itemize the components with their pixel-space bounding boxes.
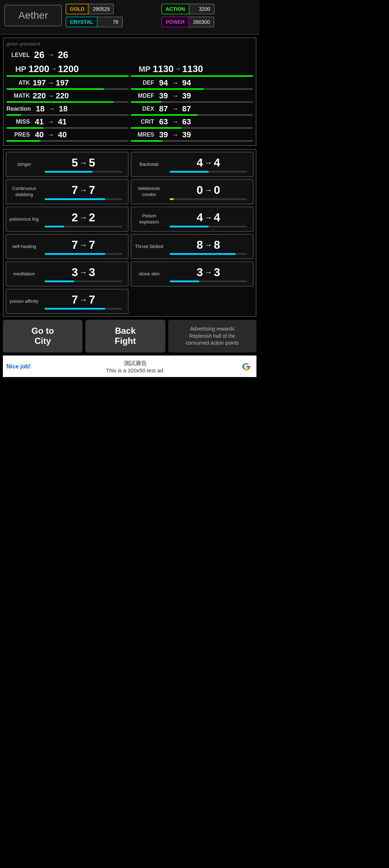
stat-val-to: 18 — [56, 104, 71, 114]
level-to: 26 — [56, 49, 70, 61]
skill-item-backstab[interactable]: Backstab4→4 — [131, 152, 254, 177]
skill-arrow: → — [205, 158, 213, 168]
skill-arrow: → — [205, 268, 213, 277]
character-name: Aether — [18, 10, 48, 21]
stat-label-mdef: MDEF — [131, 93, 154, 99]
power-resource: POWER 260300 — [161, 17, 255, 27]
stat-bar-container — [131, 75, 253, 77]
skill-item-poison-affinity[interactable]: poison affinity7→7 — [6, 289, 129, 314]
stat-arrow: → — [48, 118, 54, 126]
stat-bar — [6, 88, 104, 90]
skill-bar-container — [45, 253, 122, 255]
skill-item-self-healing[interactable]: self-healing7→7 — [6, 234, 129, 259]
skills-panel: stinger5→5Backstab4→4Continuous stabbing… — [3, 149, 256, 317]
skill-to: 4 — [214, 211, 220, 224]
skill-item-continuous-stabbing[interactable]: Continuous stabbing7→7 — [6, 179, 129, 204]
stat-arrow: → — [48, 79, 54, 87]
skill-arrow: → — [80, 295, 88, 305]
skill-name: Poison explosion — [133, 212, 165, 227]
go-to-city-button[interactable]: Go toCity — [3, 320, 82, 353]
stat-val-from: 39 — [156, 91, 171, 101]
gold-resource: GOLD 290529 — [66, 4, 159, 14]
stat-val-from: 40 — [32, 130, 46, 140]
stat-label-mp: MP — [131, 65, 151, 74]
skill-from: 3 — [72, 266, 78, 279]
action-label: ACTION — [161, 4, 189, 14]
skill-arrow: → — [205, 213, 213, 222]
skill-item-stinger[interactable]: stinger5→5 — [6, 152, 129, 177]
stat-val-to: 39 — [179, 130, 194, 140]
skill-from: 4 — [197, 211, 203, 224]
stat-row-atk: ATK197→197 — [6, 78, 129, 90]
stat-arrow: → — [50, 65, 57, 73]
skill-bar — [45, 171, 93, 173]
skill-bar — [45, 280, 74, 282]
gold-value: 290529 — [89, 4, 114, 14]
stat-val-to: 197 — [55, 78, 70, 88]
skill-bar-container — [45, 280, 122, 282]
skill-name: Backstab — [133, 160, 165, 169]
stat-val-to: 220 — [55, 91, 70, 101]
skill-item-meditation[interactable]: meditation3→3 — [6, 261, 129, 287]
stat-label-mres: MRES — [131, 132, 154, 138]
skill-arrow: → — [80, 213, 88, 222]
stat-arrow: → — [172, 118, 178, 126]
stat-bar — [131, 114, 198, 116]
ad-nice-label: Nice job! — [6, 363, 31, 370]
skill-item-poison-explosion[interactable]: Poison explosion4→4 — [131, 207, 254, 232]
advertising-rewards-button[interactable]: Advertising rewardsReplenish half of the… — [168, 320, 257, 353]
stat-bar-container — [131, 88, 253, 90]
skill-from: 0 — [197, 183, 203, 197]
stat-arrow: → — [172, 131, 178, 139]
stat-bar — [131, 127, 182, 129]
ad-chinese: 測試廣告 — [31, 360, 240, 367]
stat-val-from: 41 — [32, 117, 46, 127]
skill-to: 3 — [214, 266, 220, 279]
skill-name: stone skin — [133, 270, 165, 279]
stats-grid: HP1200→1200MP1130→1130ATK197→197DEF94→94… — [6, 63, 253, 142]
skill-name: stinger — [8, 160, 40, 169]
skill-to: 7 — [89, 293, 95, 306]
stat-row-reaction: Reaction18→18 — [6, 104, 129, 116]
skill-arrow: → — [205, 240, 213, 250]
stat-row-hp: HP1200→1200 — [6, 63, 129, 77]
skill-item-stone-skin[interactable]: stone skin3→3 — [131, 261, 254, 287]
stat-bar — [6, 127, 43, 129]
stat-bar — [6, 75, 129, 77]
skill-bar-container — [170, 198, 247, 200]
stat-label-dex: DEX — [131, 106, 154, 112]
stat-val-from: 18 — [33, 104, 48, 114]
skill-name: meditation — [8, 270, 40, 279]
level-label: LEVEL — [6, 52, 30, 58]
skill-item-telekinesis-combo[interactable]: telekinesis combo0→0 — [131, 179, 254, 204]
skill-arrow: → — [80, 268, 88, 277]
ad-banner[interactable]: Nice job! 測試廣告 This is a 320x50 test ad. — [3, 355, 256, 377]
ad-text: 測試廣告 This is a 320x50 test ad. — [31, 360, 240, 373]
skill-from: 7 — [72, 293, 78, 306]
skill-from: 5 — [72, 156, 78, 169]
skill-name: poison affinity — [8, 297, 40, 306]
stat-label-crit: CRIT — [131, 119, 154, 125]
skill-bar — [45, 226, 64, 227]
stat-bar — [6, 101, 114, 103]
back-fight-button[interactable]: BackFight — [85, 320, 165, 353]
skill-item-poisonous-fog[interactable]: poisonous fog2→2 — [6, 207, 129, 232]
stat-val-to: 40 — [55, 130, 70, 140]
stat-bar-container — [6, 88, 129, 90]
skill-bar — [170, 253, 236, 255]
skill-name: telekinesis combo — [133, 184, 165, 199]
stat-arrow: → — [49, 105, 55, 113]
skill-from: 7 — [72, 183, 78, 197]
stat-bar-container — [131, 127, 253, 129]
skill-to: 3 — [89, 266, 95, 279]
stat-label-def: DEF — [131, 80, 154, 86]
stat-row-crit: CRIT63→63 — [131, 117, 253, 129]
skill-bar-container — [170, 253, 247, 255]
crystal-label: CRYSTAL — [66, 17, 98, 27]
skill-item-thrust-skilled[interactable]: Thrust Skilled8→8 — [131, 234, 254, 259]
skill-name: self-healing — [8, 242, 40, 251]
stat-val-from: 1200 — [28, 63, 49, 75]
stat-val-from: 197 — [32, 78, 46, 88]
skill-name: poisonous fog — [8, 215, 40, 224]
skill-bar-container — [45, 308, 122, 310]
